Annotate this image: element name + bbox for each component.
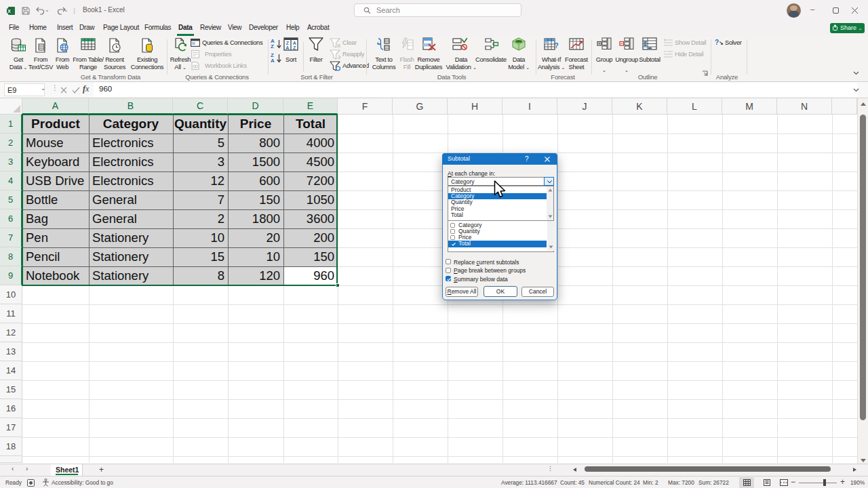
svg-text:?: ? <box>554 42 558 49</box>
svg-text:Z: Z <box>286 41 290 45</box>
svg-text:A: A <box>285 45 289 50</box>
svg-text:A: A <box>293 41 296 45</box>
svg-text:Z: Z <box>293 45 296 50</box>
svg-text:X: X <box>7 8 11 14</box>
